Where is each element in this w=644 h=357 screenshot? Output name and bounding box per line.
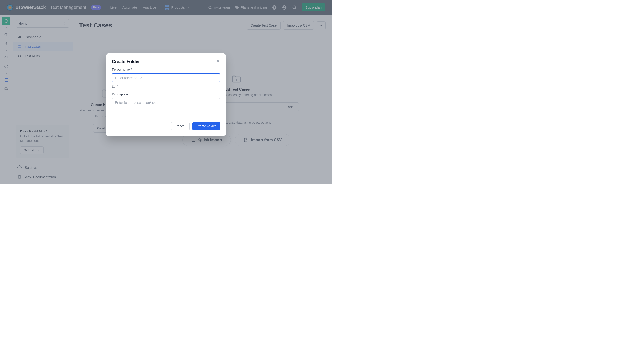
create-folder-modal: Create Folder Folder name * / Descriptio… [106,53,226,136]
cancel-button[interactable]: Cancel [171,122,190,130]
folder-path: / [112,85,220,88]
folder-name-label: Folder name * [112,68,220,71]
modal-close-button[interactable] [216,59,220,64]
modal-title: Create Folder [112,59,140,64]
modal-overlay[interactable]: Create Folder Folder name * / Descriptio… [0,0,332,184]
create-folder-submit[interactable]: Create Folder [192,122,220,130]
folder-small-icon [112,85,116,88]
description-input[interactable] [112,98,220,116]
close-icon [216,59,220,63]
description-label: Description [112,92,220,96]
folder-name-input[interactable] [112,73,220,82]
